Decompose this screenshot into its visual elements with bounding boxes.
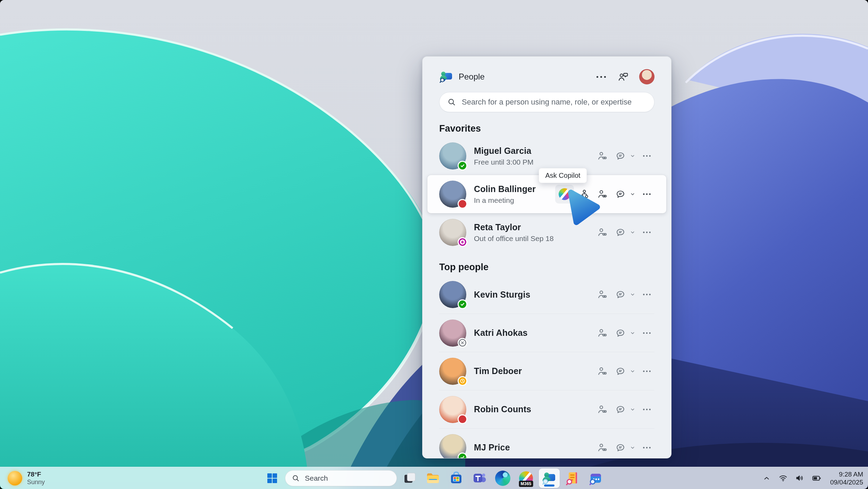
presence-available-icon (458, 453, 467, 459)
taskbar-app-edge[interactable] (492, 469, 513, 488)
more-button[interactable] (639, 225, 654, 240)
person-name: MJ Price (474, 442, 510, 453)
more-icon (642, 404, 652, 415)
taskbar-app-teams[interactable] (469, 469, 490, 488)
more-button[interactable] (639, 325, 654, 341)
person-status-text: In a meeting (474, 196, 536, 205)
chat-options-button[interactable] (629, 287, 636, 302)
more-icon (642, 189, 652, 199)
person-text: Reta TaylorOut of office until Sep 18 (474, 222, 554, 243)
chevron-down-icon (629, 444, 636, 451)
chevron-down-icon (629, 406, 636, 413)
person-link-button[interactable] (595, 225, 610, 240)
weather-condition: Sunny (27, 478, 45, 486)
more-button[interactable] (639, 287, 654, 302)
chat-button[interactable] (613, 287, 628, 302)
chevron-down-icon (629, 191, 636, 198)
feedback-button[interactable] (617, 71, 629, 83)
chat-icon (615, 328, 626, 338)
show-hidden-icons-button[interactable] (761, 473, 772, 483)
widgets-button[interactable]: 78°F Sunny (4, 467, 48, 489)
person-text: Miguel GarciaFree until 3:00 PM (474, 146, 534, 166)
taskbar-app-chat-search[interactable] (585, 469, 606, 488)
taskbar-app-m365-copilot[interactable]: M365 (516, 469, 536, 488)
chat-button[interactable] (613, 187, 628, 202)
sun-icon (8, 471, 22, 486)
search-input[interactable] (462, 98, 646, 107)
chat-icon (615, 189, 626, 199)
panel-header: People (439, 68, 654, 85)
chat-button[interactable] (613, 440, 628, 455)
chat-options-button[interactable] (629, 402, 636, 417)
person-row[interactable]: Robin Counts (439, 390, 654, 428)
person-row[interactable]: Reta TaylorOut of office until Sep 18 (439, 213, 654, 251)
weather-temperature: 78°F (27, 471, 45, 478)
chevron-down-icon (629, 229, 636, 236)
person-link-button[interactable] (595, 402, 610, 417)
person-actions (595, 287, 654, 302)
taskbar-app-people[interactable] (539, 469, 560, 488)
person-actions (595, 225, 654, 240)
person-link-button[interactable] (595, 440, 610, 455)
avatar (439, 434, 466, 459)
tray-date: 09/04/2025 (830, 478, 863, 486)
person-text: Kevin Sturgis (474, 290, 530, 300)
more-button[interactable] (639, 187, 654, 202)
chevron-up-icon (762, 474, 771, 482)
person-link-button[interactable] (595, 287, 610, 302)
more-options-button[interactable] (595, 71, 607, 83)
wifi-button[interactable] (778, 473, 788, 483)
user-avatar[interactable] (639, 69, 654, 84)
person-name: Robin Counts (474, 404, 531, 414)
person-link-button[interactable] (595, 148, 610, 164)
taskbar-app-doc-search[interactable] (562, 469, 583, 488)
ellipsis-icon (596, 76, 606, 78)
person-row[interactable]: Katri Ahokas (439, 314, 654, 352)
more-button[interactable] (639, 402, 654, 417)
people-list: Kevin SturgisKatri AhokasTim DeboerRobin… (439, 275, 654, 458)
person-link-button[interactable] (595, 325, 610, 341)
start-button[interactable] (262, 469, 283, 488)
taskbar-search[interactable]: Search (285, 470, 397, 486)
chevron-down-icon (629, 291, 636, 298)
volume-button[interactable] (795, 473, 805, 483)
chat-options-button[interactable] (629, 148, 636, 164)
taskbar-center: Search M365 (262, 467, 606, 489)
person-actions (595, 440, 654, 455)
more-button[interactable] (639, 440, 654, 455)
chat-button[interactable] (613, 148, 628, 164)
taskbar-app-task-view[interactable] (399, 469, 420, 488)
person-row[interactable]: MJ Price (439, 428, 654, 458)
chevron-down-icon (629, 330, 636, 337)
teams-icon (471, 470, 487, 486)
more-button[interactable] (639, 364, 654, 379)
more-icon (642, 227, 652, 238)
chat-button[interactable] (613, 402, 628, 417)
chat-options-button[interactable] (629, 440, 636, 455)
presence-offline-icon (458, 338, 467, 348)
chat-button[interactable] (613, 325, 628, 341)
person-link-icon (597, 289, 608, 300)
avatar (439, 320, 466, 347)
taskbar-app-file-explorer[interactable] (423, 469, 443, 488)
clock[interactable]: 9:28 AM 09/04/2025 (830, 470, 863, 486)
chat-icon (615, 366, 626, 376)
person-link-button[interactable] (595, 364, 610, 379)
section-heading: Top people (439, 262, 654, 273)
more-icon (642, 151, 652, 161)
chat-options-button[interactable] (629, 187, 636, 202)
chat-options-button[interactable] (629, 364, 636, 379)
people-search[interactable] (439, 92, 654, 112)
more-button[interactable] (639, 148, 654, 164)
chat-button[interactable] (613, 225, 628, 240)
person-row[interactable]: Kevin Sturgis (439, 275, 654, 314)
chat-button[interactable] (613, 364, 628, 379)
person-name: Tim Deboer (474, 366, 522, 376)
person-row[interactable]: Tim Deboer (439, 352, 654, 390)
speaker-icon (795, 473, 804, 483)
battery-button[interactable] (811, 473, 822, 483)
taskbar-search-label: Search (305, 474, 328, 482)
chat-options-button[interactable] (629, 325, 636, 341)
chat-options-button[interactable] (629, 225, 636, 240)
taskbar-app-microsoft-store[interactable] (446, 469, 467, 488)
